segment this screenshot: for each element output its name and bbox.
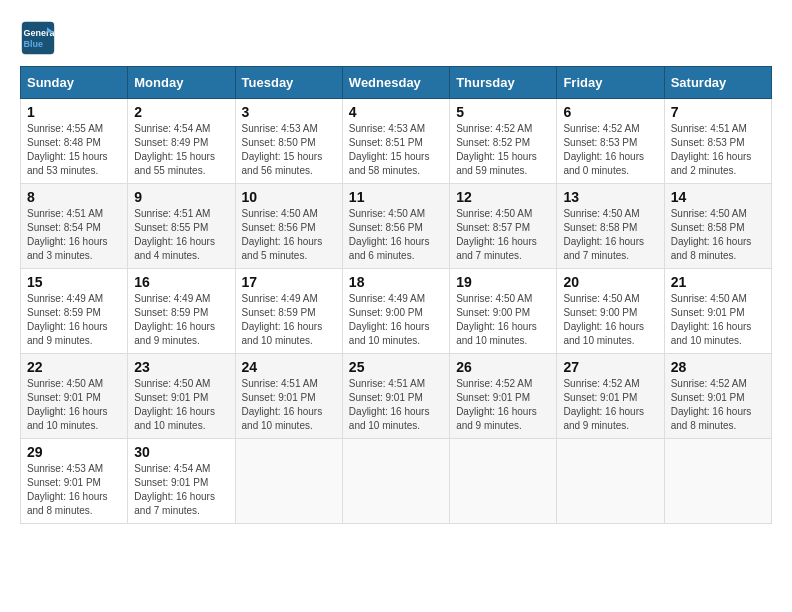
col-header-monday: Monday	[128, 67, 235, 99]
svg-text:Blue: Blue	[24, 39, 44, 49]
cell-info-text: Sunrise: 4:50 AM Sunset: 8:58 PM Dayligh…	[563, 207, 657, 263]
cell-info-text: Sunrise: 4:51 AM Sunset: 8:54 PM Dayligh…	[27, 207, 121, 263]
cell-day-number: 7	[671, 104, 765, 120]
cell-info-text: Sunrise: 4:50 AM Sunset: 8:58 PM Dayligh…	[671, 207, 765, 263]
cell-day-number: 12	[456, 189, 550, 205]
cell-day-number: 29	[27, 444, 121, 460]
col-header-friday: Friday	[557, 67, 664, 99]
calendar-week-row: 15Sunrise: 4:49 AM Sunset: 8:59 PM Dayli…	[21, 269, 772, 354]
calendar-cell: 26Sunrise: 4:52 AM Sunset: 9:01 PM Dayli…	[450, 354, 557, 439]
cell-day-number: 21	[671, 274, 765, 290]
cell-day-number: 20	[563, 274, 657, 290]
cell-day-number: 30	[134, 444, 228, 460]
calendar-cell: 17Sunrise: 4:49 AM Sunset: 8:59 PM Dayli…	[235, 269, 342, 354]
cell-info-text: Sunrise: 4:52 AM Sunset: 9:01 PM Dayligh…	[563, 377, 657, 433]
cell-info-text: Sunrise: 4:51 AM Sunset: 8:55 PM Dayligh…	[134, 207, 228, 263]
cell-day-number: 2	[134, 104, 228, 120]
calendar-cell	[342, 439, 449, 524]
calendar-cell: 1Sunrise: 4:55 AM Sunset: 8:48 PM Daylig…	[21, 99, 128, 184]
calendar-cell: 24Sunrise: 4:51 AM Sunset: 9:01 PM Dayli…	[235, 354, 342, 439]
cell-info-text: Sunrise: 4:55 AM Sunset: 8:48 PM Dayligh…	[27, 122, 121, 178]
cell-day-number: 11	[349, 189, 443, 205]
cell-day-number: 24	[242, 359, 336, 375]
cell-day-number: 4	[349, 104, 443, 120]
cell-info-text: Sunrise: 4:50 AM Sunset: 9:01 PM Dayligh…	[134, 377, 228, 433]
calendar-cell: 13Sunrise: 4:50 AM Sunset: 8:58 PM Dayli…	[557, 184, 664, 269]
cell-info-text: Sunrise: 4:51 AM Sunset: 9:01 PM Dayligh…	[242, 377, 336, 433]
calendar-week-row: 1Sunrise: 4:55 AM Sunset: 8:48 PM Daylig…	[21, 99, 772, 184]
cell-info-text: Sunrise: 4:54 AM Sunset: 9:01 PM Dayligh…	[134, 462, 228, 518]
calendar-week-row: 8Sunrise: 4:51 AM Sunset: 8:54 PM Daylig…	[21, 184, 772, 269]
header: General Blue	[20, 20, 772, 56]
cell-info-text: Sunrise: 4:50 AM Sunset: 8:56 PM Dayligh…	[242, 207, 336, 263]
cell-day-number: 22	[27, 359, 121, 375]
cell-day-number: 26	[456, 359, 550, 375]
cell-info-text: Sunrise: 4:50 AM Sunset: 8:56 PM Dayligh…	[349, 207, 443, 263]
cell-info-text: Sunrise: 4:52 AM Sunset: 8:52 PM Dayligh…	[456, 122, 550, 178]
calendar-cell: 28Sunrise: 4:52 AM Sunset: 9:01 PM Dayli…	[664, 354, 771, 439]
calendar-week-row: 29Sunrise: 4:53 AM Sunset: 9:01 PM Dayli…	[21, 439, 772, 524]
cell-info-text: Sunrise: 4:50 AM Sunset: 9:00 PM Dayligh…	[456, 292, 550, 348]
calendar-cell: 2Sunrise: 4:54 AM Sunset: 8:49 PM Daylig…	[128, 99, 235, 184]
calendar-cell: 22Sunrise: 4:50 AM Sunset: 9:01 PM Dayli…	[21, 354, 128, 439]
cell-day-number: 25	[349, 359, 443, 375]
cell-day-number: 18	[349, 274, 443, 290]
cell-day-number: 5	[456, 104, 550, 120]
calendar-cell: 21Sunrise: 4:50 AM Sunset: 9:01 PM Dayli…	[664, 269, 771, 354]
calendar-cell: 27Sunrise: 4:52 AM Sunset: 9:01 PM Dayli…	[557, 354, 664, 439]
calendar-cell: 30Sunrise: 4:54 AM Sunset: 9:01 PM Dayli…	[128, 439, 235, 524]
calendar-cell: 11Sunrise: 4:50 AM Sunset: 8:56 PM Dayli…	[342, 184, 449, 269]
calendar-week-row: 22Sunrise: 4:50 AM Sunset: 9:01 PM Dayli…	[21, 354, 772, 439]
logo: General Blue	[20, 20, 62, 56]
cell-day-number: 8	[27, 189, 121, 205]
calendar-cell: 14Sunrise: 4:50 AM Sunset: 8:58 PM Dayli…	[664, 184, 771, 269]
cell-day-number: 28	[671, 359, 765, 375]
calendar-cell: 18Sunrise: 4:49 AM Sunset: 9:00 PM Dayli…	[342, 269, 449, 354]
cell-info-text: Sunrise: 4:49 AM Sunset: 9:00 PM Dayligh…	[349, 292, 443, 348]
cell-info-text: Sunrise: 4:50 AM Sunset: 9:01 PM Dayligh…	[671, 292, 765, 348]
calendar-body: 1Sunrise: 4:55 AM Sunset: 8:48 PM Daylig…	[21, 99, 772, 524]
calendar-cell	[450, 439, 557, 524]
cell-info-text: Sunrise: 4:52 AM Sunset: 8:53 PM Dayligh…	[563, 122, 657, 178]
cell-info-text: Sunrise: 4:51 AM Sunset: 9:01 PM Dayligh…	[349, 377, 443, 433]
cell-info-text: Sunrise: 4:54 AM Sunset: 8:49 PM Dayligh…	[134, 122, 228, 178]
calendar-header-row: SundayMondayTuesdayWednesdayThursdayFrid…	[21, 67, 772, 99]
calendar-cell: 9Sunrise: 4:51 AM Sunset: 8:55 PM Daylig…	[128, 184, 235, 269]
col-header-sunday: Sunday	[21, 67, 128, 99]
col-header-wednesday: Wednesday	[342, 67, 449, 99]
cell-info-text: Sunrise: 4:50 AM Sunset: 8:57 PM Dayligh…	[456, 207, 550, 263]
svg-text:General: General	[24, 28, 56, 38]
cell-info-text: Sunrise: 4:52 AM Sunset: 9:01 PM Dayligh…	[456, 377, 550, 433]
calendar-cell: 8Sunrise: 4:51 AM Sunset: 8:54 PM Daylig…	[21, 184, 128, 269]
calendar-cell: 6Sunrise: 4:52 AM Sunset: 8:53 PM Daylig…	[557, 99, 664, 184]
cell-info-text: Sunrise: 4:51 AM Sunset: 8:53 PM Dayligh…	[671, 122, 765, 178]
cell-day-number: 6	[563, 104, 657, 120]
calendar-cell: 7Sunrise: 4:51 AM Sunset: 8:53 PM Daylig…	[664, 99, 771, 184]
cell-info-text: Sunrise: 4:49 AM Sunset: 8:59 PM Dayligh…	[134, 292, 228, 348]
cell-day-number: 19	[456, 274, 550, 290]
col-header-saturday: Saturday	[664, 67, 771, 99]
calendar-cell	[664, 439, 771, 524]
cell-info-text: Sunrise: 4:52 AM Sunset: 9:01 PM Dayligh…	[671, 377, 765, 433]
calendar-cell: 23Sunrise: 4:50 AM Sunset: 9:01 PM Dayli…	[128, 354, 235, 439]
cell-info-text: Sunrise: 4:53 AM Sunset: 8:51 PM Dayligh…	[349, 122, 443, 178]
logo-icon: General Blue	[20, 20, 56, 56]
calendar-cell	[557, 439, 664, 524]
cell-day-number: 23	[134, 359, 228, 375]
calendar-cell: 12Sunrise: 4:50 AM Sunset: 8:57 PM Dayli…	[450, 184, 557, 269]
cell-info-text: Sunrise: 4:53 AM Sunset: 8:50 PM Dayligh…	[242, 122, 336, 178]
cell-day-number: 17	[242, 274, 336, 290]
calendar-cell	[235, 439, 342, 524]
cell-info-text: Sunrise: 4:53 AM Sunset: 9:01 PM Dayligh…	[27, 462, 121, 518]
calendar-cell: 5Sunrise: 4:52 AM Sunset: 8:52 PM Daylig…	[450, 99, 557, 184]
calendar-cell: 15Sunrise: 4:49 AM Sunset: 8:59 PM Dayli…	[21, 269, 128, 354]
calendar-cell: 10Sunrise: 4:50 AM Sunset: 8:56 PM Dayli…	[235, 184, 342, 269]
cell-day-number: 3	[242, 104, 336, 120]
col-header-tuesday: Tuesday	[235, 67, 342, 99]
calendar-cell: 29Sunrise: 4:53 AM Sunset: 9:01 PM Dayli…	[21, 439, 128, 524]
cell-day-number: 10	[242, 189, 336, 205]
col-header-thursday: Thursday	[450, 67, 557, 99]
calendar-cell: 16Sunrise: 4:49 AM Sunset: 8:59 PM Dayli…	[128, 269, 235, 354]
cell-day-number: 16	[134, 274, 228, 290]
cell-info-text: Sunrise: 4:49 AM Sunset: 8:59 PM Dayligh…	[27, 292, 121, 348]
